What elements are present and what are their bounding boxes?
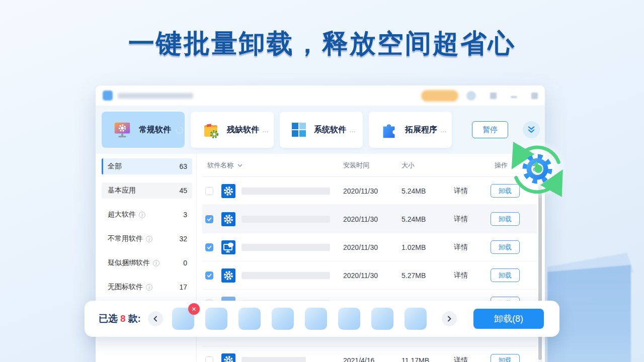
selected-suffix: 款: <box>128 312 141 325</box>
size: 1.02MB <box>401 243 426 251</box>
selected-app-thumbnail[interactable]: ✕ <box>172 308 194 330</box>
software-table: 软件名称 安装时间 大小 操作 2020/11/30 5.24MB 详情 <box>202 154 537 318</box>
tab-broken-software[interactable]: 残缺软件 … <box>191 112 274 148</box>
info-icon[interactable] <box>146 236 152 242</box>
sidebar-item-label: 超大软件 <box>108 210 136 219</box>
titlebar <box>96 85 545 106</box>
batch-uninstall-bar: 已选 8 款: ✕ 卸载(8) <box>85 301 559 337</box>
header-name[interactable]: 软件名称 <box>207 161 233 170</box>
sidebar-item-label: 全部 <box>108 162 122 171</box>
table-bottom-section: 2021/4/16 11.17MB 详情 卸载 <box>202 346 537 362</box>
table-row: 2020/11/30 5.24MB 详情 卸载 <box>202 177 537 205</box>
package-gear-icon <box>202 121 220 139</box>
hero-title: 一键批量卸载，释放空间超省心 <box>0 26 644 61</box>
size: 5.24MB <box>401 187 426 195</box>
table-header: 软件名称 安装时间 大小 操作 <box>202 154 537 177</box>
selected-app-thumbnail[interactable] <box>238 308 261 330</box>
gear-app-icon <box>221 353 235 362</box>
redacted-name-bar <box>242 272 330 279</box>
thumbs-prev-button[interactable] <box>148 311 163 326</box>
table-row: 2021/4/16 11.17MB 详情 卸载 <box>202 346 537 362</box>
page: 一键批量卸载，释放空间超省心 <box>0 0 644 362</box>
minimize-icon[interactable] <box>511 96 517 98</box>
tab-regular-software[interactable]: 常规软件 <box>102 112 185 148</box>
row-checkbox[interactable] <box>205 243 213 251</box>
sidebar-item-all[interactable]: 全部 63 <box>102 158 192 174</box>
uninstall-button[interactable]: 卸载 <box>491 268 520 282</box>
uninstall-button[interactable]: 卸载 <box>491 212 520 226</box>
check-icon <box>206 273 212 279</box>
tab-extensions[interactable]: 拓展程序 … <box>369 112 452 148</box>
details-link[interactable]: 详情 <box>454 356 468 362</box>
gear-app-icon <box>221 268 235 283</box>
table-row: 2020/11/30 5.27MB 详情 卸载 <box>202 261 537 290</box>
windows-squares-icon <box>291 122 307 138</box>
sidebar-item-large-software[interactable]: 超大软件 3 <box>102 207 192 223</box>
sidebar-item-suspected-bundled[interactable]: 疑似捆绑软件 0 <box>102 255 192 271</box>
tab-label: 拓展程序 <box>405 125 437 135</box>
size: 5.24MB <box>401 215 426 223</box>
selected-count: 8 <box>118 313 128 324</box>
row-checkbox[interactable] <box>205 356 213 362</box>
selected-prefix: 已选 <box>99 312 118 325</box>
install-date: 2021/4/16 <box>343 356 374 362</box>
tab-ellipsis: … <box>262 126 269 134</box>
tab-system-software[interactable]: 系统软件 … <box>280 112 363 148</box>
redacted-name-bar <box>242 188 330 195</box>
sidebar-item-label: 不常用软件 <box>108 234 143 243</box>
size: 5.27MB <box>401 272 426 280</box>
sidebar-item-rarely-used[interactable]: 不常用软件 32 <box>102 231 192 247</box>
thumbs-next-button[interactable] <box>442 311 457 326</box>
sidebar-item-basic-apps[interactable]: 基本应用 45 <box>102 183 192 199</box>
loading-spinner-icon <box>174 125 184 135</box>
remove-selection-badge[interactable]: ✕ <box>188 303 200 315</box>
check-icon <box>206 244 212 250</box>
sidebar-item-count: 45 <box>179 187 187 195</box>
sidebar-item-no-icon[interactable]: 无图标软件 17 <box>102 279 192 295</box>
batch-uninstall-button[interactable]: 卸载(8) <box>473 309 544 329</box>
pause-button[interactable]: 暂停 <box>472 121 508 138</box>
selected-app-thumbnail[interactable] <box>371 308 393 330</box>
info-icon[interactable] <box>139 212 145 218</box>
avatar[interactable] <box>466 91 476 101</box>
details-link[interactable]: 详情 <box>454 187 468 196</box>
row-checkbox[interactable] <box>205 187 213 195</box>
header-date: 安装时间 <box>343 161 369 170</box>
sidebar-item-label: 疑似捆绑软件 <box>108 258 150 267</box>
table-row: 2020/11/30 5.24MB 详情 卸载 <box>202 205 537 233</box>
sidebar: 全部 63 基本应用 45 超大软件 3 不常用软件 32 疑似捆绑软件 0 <box>102 158 192 303</box>
row-checkbox[interactable] <box>205 272 213 280</box>
selected-app-thumbnail[interactable] <box>338 308 360 330</box>
app-title-blurred <box>118 93 193 99</box>
sidebar-item-count: 17 <box>179 283 187 291</box>
info-icon[interactable] <box>146 284 152 291</box>
check-icon <box>206 216 212 222</box>
puzzle-icon <box>380 121 398 139</box>
uninstall-button[interactable]: 卸载 <box>491 354 520 362</box>
gear-app-icon <box>221 212 235 226</box>
background-cube-decoration <box>547 253 634 362</box>
vip-pill-button[interactable] <box>421 90 458 102</box>
details-link[interactable]: 详情 <box>454 215 468 224</box>
selected-app-thumbnail[interactable] <box>272 308 294 330</box>
settings-icon[interactable] <box>490 93 497 99</box>
sidebar-item-count: 63 <box>179 162 187 170</box>
install-date: 2020/11/30 <box>343 243 378 251</box>
header-size: 大小 <box>401 161 415 170</box>
gear-app-icon <box>221 184 235 198</box>
monitor-chat-app-icon <box>221 240 235 254</box>
uninstall-button[interactable]: 卸载 <box>491 240 520 254</box>
tab-ellipsis: … <box>440 126 447 134</box>
info-icon[interactable] <box>153 260 159 266</box>
close-icon[interactable] <box>531 93 538 99</box>
details-link[interactable]: 详情 <box>454 243 468 252</box>
sort-chevron-icon[interactable] <box>237 164 243 167</box>
chevron-left-icon <box>152 316 158 322</box>
expand-button[interactable] <box>523 121 540 138</box>
row-checkbox[interactable] <box>205 215 213 223</box>
selected-app-thumbnail[interactable] <box>305 308 327 330</box>
redacted-name-bar <box>242 244 330 251</box>
details-link[interactable]: 详情 <box>454 271 468 280</box>
selected-app-thumbnail[interactable] <box>205 308 227 330</box>
selected-app-thumbnail[interactable] <box>405 308 427 330</box>
